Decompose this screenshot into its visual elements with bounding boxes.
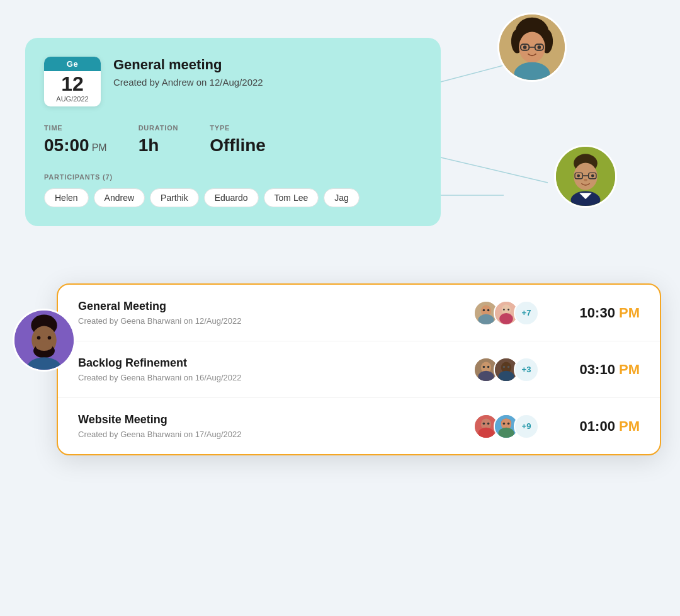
participant-tag[interactable]: Andrew	[94, 188, 145, 207]
meeting-info: Website Meeting Created by Geena Bharwan…	[78, 413, 473, 439]
svg-point-39	[499, 313, 513, 324]
svg-point-45	[483, 365, 485, 368]
meta-type: TYPE Offline	[210, 124, 266, 156]
meeting-title: General meeting	[113, 57, 263, 73]
svg-point-30	[36, 341, 52, 351]
meeting-time: 01:00 PM	[564, 418, 640, 435]
svg-line-1	[441, 157, 548, 183]
svg-point-11	[523, 45, 527, 49]
svg-point-51	[507, 365, 510, 368]
meeting-list-card: General Meeting Created by Geena Bharwan…	[57, 283, 661, 455]
calendar-icon-label: Ge	[44, 57, 101, 71]
svg-point-40	[503, 309, 505, 311]
meeting-created-by: Created by Geena Bharwani on 17/Aug/2022	[78, 430, 473, 439]
meeting-detail-card: Ge 12 AUG/2022 General meeting Created b…	[25, 38, 441, 226]
meeting-title-section: General meeting Created by Andrew on 12/…	[113, 57, 263, 88]
avatar-man-bottom-left	[13, 309, 76, 372]
duration-value: 1h	[139, 135, 179, 156]
meeting-time: 03:10 PM	[564, 362, 640, 378]
participant-tag[interactable]: Tom Lee	[264, 188, 319, 207]
meta-duration: DURATION 1h	[139, 124, 179, 156]
participant-tag[interactable]: Eduardo	[204, 188, 259, 207]
participant-tag[interactable]: Jag	[324, 188, 360, 207]
svg-point-60	[498, 427, 514, 438]
scene: Ge 12 AUG/2022 General meeting Created b…	[0, 0, 680, 616]
type-label: TYPE	[210, 124, 266, 132]
meeting-info: Backlog Refinement Created by Geena Bhar…	[78, 356, 473, 382]
participant-tags: HelenAndrewParthikEduardoTom LeeJag	[44, 188, 422, 207]
calendar-icon-day: 12	[44, 71, 101, 94]
avatar-count: +9	[514, 414, 539, 439]
type-value: Offline	[210, 135, 266, 156]
meeting-created-by: Created by Geena Bharwani on 16/Aug/2022	[78, 373, 473, 382]
avatar-count: +7	[514, 300, 539, 326]
meeting-avatars: +7	[473, 300, 539, 326]
avatar-man-bottom-right	[554, 145, 617, 208]
meeting-list-item[interactable]: Backlog Refinement Created by Geena Bhar…	[58, 341, 660, 398]
svg-point-50	[503, 365, 506, 368]
meeting-created-by: Created by Geena Bharwani on 12/Aug/2022	[78, 316, 473, 326]
time-value: 05:00PM	[44, 135, 107, 156]
avatar-count: +3	[514, 357, 539, 382]
svg-point-46	[487, 365, 490, 368]
svg-point-56	[487, 422, 490, 425]
meeting-name: Website Meeting	[78, 413, 473, 426]
calendar-icon: Ge 12 AUG/2022	[44, 57, 101, 106]
meeting-list-item[interactable]: Website Meeting Created by Geena Bharwan…	[58, 398, 660, 454]
svg-point-44	[478, 370, 494, 382]
time-period: PM	[619, 362, 640, 377]
svg-point-20	[577, 174, 580, 178]
time-period: PM	[619, 418, 640, 434]
svg-point-34	[478, 314, 494, 325]
meeting-name: General Meeting	[78, 300, 473, 313]
meeting-meta: TIME 05:00PM DURATION 1h TYPE Offline	[44, 124, 422, 156]
svg-point-28	[48, 336, 52, 339]
time-label: TIME	[44, 124, 107, 132]
meta-time: TIME 05:00PM	[44, 124, 107, 156]
participants-section: PARTICIPANTS (7) HelenAndrewParthikEduar…	[44, 173, 422, 207]
svg-point-36	[487, 309, 490, 311]
duration-label: DURATION	[139, 124, 179, 132]
participant-tag[interactable]: Parthik	[150, 188, 199, 207]
meeting-info: General Meeting Created by Geena Bharwan…	[78, 300, 473, 326]
calendar-icon-month: AUG/2022	[44, 94, 101, 106]
svg-point-62	[507, 422, 510, 425]
avatar-woman-top-right	[497, 13, 567, 82]
svg-point-54	[478, 427, 494, 438]
card-header: Ge 12 AUG/2022 General meeting Created b…	[44, 57, 422, 106]
meeting-list-item[interactable]: General Meeting Created by Geena Bharwan…	[58, 285, 660, 341]
svg-point-22	[584, 179, 587, 181]
meeting-avatars: +9	[473, 414, 539, 439]
participants-label: PARTICIPANTS (7)	[44, 173, 422, 181]
svg-point-21	[591, 174, 594, 178]
svg-point-55	[483, 422, 485, 425]
meeting-created-by: Created by Andrew on 12/Aug/2022	[113, 77, 263, 88]
meeting-time: 10:30 PM	[564, 305, 640, 321]
meeting-name: Backlog Refinement	[78, 356, 473, 370]
meeting-avatars: +3	[473, 357, 539, 382]
svg-point-49	[498, 370, 514, 382]
svg-point-61	[503, 422, 506, 425]
svg-point-12	[538, 45, 541, 49]
svg-point-41	[507, 309, 509, 311]
participant-tag[interactable]: Helen	[44, 188, 89, 207]
svg-point-35	[483, 309, 485, 311]
time-period: PM	[619, 305, 640, 321]
svg-point-27	[37, 336, 41, 339]
